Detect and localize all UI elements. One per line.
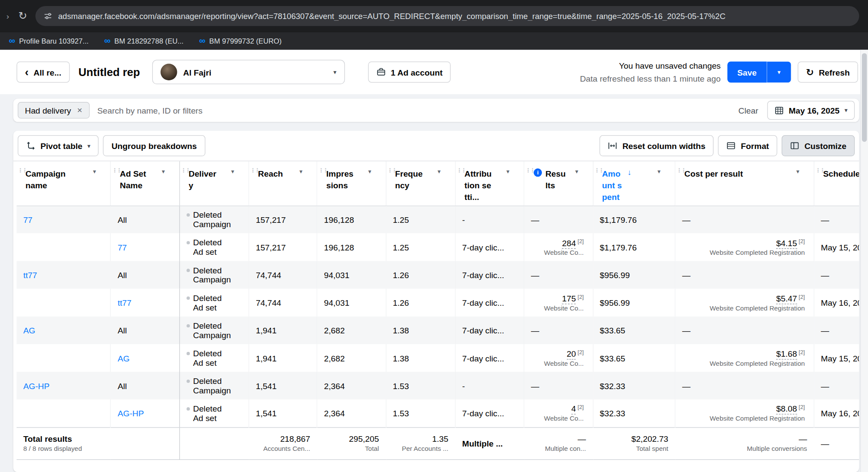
drag-handle-icon[interactable]: ⋮⋮ (112, 168, 121, 174)
ungroup-breakdowns-button[interactable]: Ungroup breakdowns (103, 135, 205, 156)
campaign-name-link[interactable]: AG-HP (23, 381, 50, 390)
filter-chip-label: Had delivery (25, 105, 71, 115)
format-label: Format (741, 141, 769, 151)
schedule-cell: — (814, 206, 859, 233)
side-panel-chevron-icon[interactable]: › (3, 11, 13, 21)
meta-logo-icon: ∞ (199, 37, 205, 46)
close-icon[interactable]: × (77, 106, 82, 115)
search-input[interactable] (97, 105, 738, 115)
campaign-name-link[interactable]: tt77 (23, 270, 37, 280)
amount-spent-cell: $956.99 (593, 289, 675, 317)
pivot-table-icon (26, 141, 35, 150)
reach-cell: 1,541 (249, 399, 317, 427)
amount-spent-cell: $33.65 (593, 317, 675, 344)
date-range-picker[interactable]: May 16, 2025 ▾ (767, 101, 855, 120)
cost-per-result-cell: $8.08[2] Website Completed Registration (675, 399, 814, 427)
attribution-cell: - (455, 206, 524, 233)
page-scrollbar[interactable] (860, 50, 868, 472)
drag-handle-icon[interactable]: ⋮⋮ (676, 168, 686, 174)
ad-account-button[interactable]: 1 Ad account (368, 61, 451, 82)
schedule-cell: May 16, 2025 – Ongoing (814, 289, 859, 317)
impressions-cell: 2,682 (317, 317, 386, 344)
column-header-schedule[interactable]: ⋮⋮ Schedule (814, 161, 859, 206)
column-header-results[interactable]: ⋮⋮ i Results ▾ (524, 161, 593, 206)
status-dot-icon (186, 241, 190, 244)
drag-handle-icon[interactable]: ⋮⋮ (525, 168, 535, 174)
campaign-name-link[interactable]: AG (23, 326, 35, 335)
drag-handle-icon[interactable]: ⋮⋮ (318, 168, 327, 174)
adset-name: All (118, 215, 127, 225)
drag-handle-icon[interactable]: ⋮⋮ (250, 168, 259, 174)
reset-column-widths-label: Reset column widths (623, 141, 706, 151)
chevron-down-icon[interactable]: ▾ (299, 168, 302, 175)
bookmark-item[interactable]: ∞ BM 218292788 (EU... (104, 37, 183, 46)
frequency-cell: 1.53 (386, 399, 455, 427)
address-bar[interactable]: adsmanager.facebook.com/adsmanager/repor… (35, 6, 859, 25)
chevron-down-icon[interactable]: ▾ (93, 168, 96, 175)
table-toolbar: Pivot table ▾ Ungroup breakdowns Reset c… (13, 131, 859, 161)
save-button[interactable]: Save (727, 61, 767, 82)
chevron-down-icon[interactable]: ▾ (506, 168, 509, 175)
info-icon[interactable]: i (534, 168, 542, 177)
results-cell: 175[2] Website Co... (524, 289, 593, 317)
account-selector[interactable]: Al Fajri ▾ (152, 60, 345, 84)
frequency-cell: 1.38 (386, 344, 455, 372)
chevron-down-icon[interactable]: ▾ (437, 168, 440, 175)
reach-cell: 1,941 (249, 344, 317, 372)
bookmarks-bar: ∞ Profile Baru 103927... ∞ BM 218292788 … (0, 32, 868, 50)
column-header-cost-per-result[interactable]: ⋮⋮ Cost per result ▾ (675, 161, 814, 206)
url-text: adsmanager.facebook.com/adsmanager/repor… (58, 11, 726, 20)
amount-spent-cell: $32.33 (593, 399, 675, 427)
reach-cell: 1,541 (249, 372, 317, 399)
chevron-down-icon[interactable]: ▾ (796, 168, 799, 175)
results-cell: — (524, 372, 593, 399)
column-header-impressions[interactable]: ⋮⋮ Impressions ▾ (317, 161, 386, 206)
chevron-down-icon[interactable]: ▾ (231, 168, 234, 175)
adset-name-link[interactable]: 77 (118, 242, 127, 252)
chevron-down-icon[interactable]: ▾ (657, 168, 660, 175)
bookmark-item[interactable]: ∞ BM 97999732 (EURO) (199, 37, 281, 46)
campaign-name-link[interactable]: 77 (23, 215, 32, 225)
column-header-campaign-name[interactable]: ⋮⋮ Campaign name ▾ (16, 161, 110, 206)
drag-handle-icon[interactable]: ⋮⋮ (181, 168, 190, 174)
column-header-frequency[interactable]: ⋮⋮ Frequency ▾ (386, 161, 455, 206)
drag-handle-icon[interactable]: ⋮⋮ (815, 168, 824, 174)
chevron-down-icon[interactable]: ▾ (368, 168, 371, 175)
drag-handle-icon[interactable]: ⋮⋮ (387, 168, 396, 174)
frequency-cell: 1.25 (386, 206, 455, 233)
clear-filters-button[interactable]: Clear (739, 105, 758, 115)
delivery-cell: Deleted Campaign (179, 261, 249, 288)
chevron-down-icon[interactable]: ▾ (575, 168, 578, 175)
column-header-adset-name[interactable]: ⋮⋮ Ad Set Name ▾ (111, 161, 179, 206)
site-settings-icon[interactable] (43, 11, 53, 20)
results-cell: — (524, 261, 593, 288)
format-button[interactable]: Format (718, 135, 777, 156)
customize-button[interactable]: Customize (782, 135, 855, 156)
adset-name-link[interactable]: AG (118, 353, 130, 363)
scrollbar-thumb[interactable] (862, 53, 867, 142)
totals-title-cell: Total results 8 / 8 rows displayed (16, 427, 179, 459)
impressions-cell: 94,031 (317, 289, 386, 317)
refresh-button[interactable]: ↻ Refresh (798, 61, 858, 82)
column-header-reach[interactable]: ⋮⋮ Reach ▾ (249, 161, 317, 206)
drag-handle-icon[interactable]: ⋮⋮ (594, 168, 603, 174)
save-dropdown-chevron-icon[interactable]: ▾ (767, 61, 791, 82)
filter-chip-had-delivery[interactable]: Had delivery × (18, 102, 89, 118)
column-header-amount-spent[interactable]: ⋮⋮ Amount spent ↓ ▾ (593, 161, 675, 206)
drag-handle-icon[interactable]: ⋮⋮ (457, 168, 466, 174)
pivot-table-button[interactable]: Pivot table ▾ (18, 135, 99, 156)
unsaved-changes-text: You have unsaved changes (580, 59, 720, 72)
chevron-down-icon[interactable]: ▾ (162, 168, 165, 175)
reset-column-widths-button[interactable]: Reset column widths (600, 135, 714, 156)
bookmark-item[interactable]: ∞ Profile Baru 103927... (9, 37, 89, 46)
reload-icon[interactable]: ↻ (16, 10, 30, 22)
chevron-down-icon: ▾ (88, 143, 91, 149)
drag-handle-icon[interactable]: ⋮⋮ (18, 168, 27, 174)
column-header-attribution-setting[interactable]: ⋮⋮ Attribution setti... ▾ (455, 161, 524, 206)
adset-name-link[interactable]: tt77 (118, 298, 132, 307)
table-row: AG-HP Deleted Ad set 1,541 2,364 1.53 7-… (16, 399, 859, 427)
delivery-cell: Deleted Ad set (179, 289, 249, 317)
adset-name-link[interactable]: AG-HP (118, 409, 144, 418)
back-button[interactable]: ‹ All re... (16, 61, 69, 82)
column-header-delivery[interactable]: ⋮⋮ Delivery ▾ (179, 161, 249, 206)
